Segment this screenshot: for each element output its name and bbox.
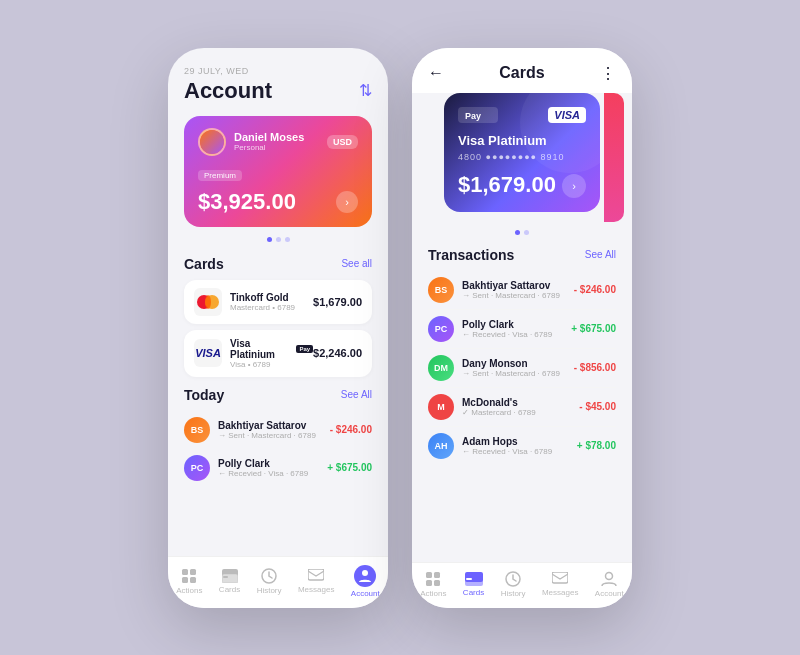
dot-2	[524, 230, 529, 235]
card-list-item[interactable]: Tinkoff Gold Mastercard • 6789 $1,679.00	[184, 280, 372, 324]
svg-rect-17	[434, 580, 440, 586]
txn-item[interactable]: PC Polly Clark ← Recevied · Visa · 6789 …	[428, 310, 616, 349]
account-title: Account	[184, 78, 272, 104]
right-body: Transactions See All BS Bakhtiyar Sattar…	[412, 247, 632, 562]
nav-account[interactable]: Account	[351, 565, 380, 598]
nav-cards-label: Cards	[463, 588, 484, 597]
right-card-dots	[412, 230, 632, 235]
txn-avatar: BS	[428, 277, 454, 303]
date-label: 29 JULY, WED	[184, 66, 372, 76]
nav-history-right[interactable]: History	[501, 571, 526, 598]
svg-rect-14	[426, 572, 432, 578]
txn-avatar: M	[428, 394, 454, 420]
card-amount: $3,925.00	[198, 189, 358, 215]
nav-history[interactable]: History	[257, 568, 282, 595]
today-see-all[interactable]: See All	[341, 389, 372, 400]
txn-item[interactable]: BS Bakhtiyar Sattarov → Sent · Mastercar…	[184, 411, 372, 449]
dot-1	[267, 237, 272, 242]
big-card-arrow-icon[interactable]: ›	[562, 174, 586, 198]
nav-account-label: Account	[351, 589, 380, 598]
txn-amount: - $246.00	[330, 424, 372, 435]
cards-section-header: Cards See all	[184, 256, 372, 272]
card-amount-small: $2,246.00	[313, 347, 362, 359]
dot-3	[285, 237, 290, 242]
dot-2	[276, 237, 281, 242]
svg-point-23	[606, 572, 613, 579]
card-user-name: Daniel Moses	[234, 131, 304, 143]
card-red-strip	[604, 93, 624, 222]
account-card: Daniel Moses Personal USD Premium $3,925…	[184, 116, 372, 227]
nav-account-right[interactable]: Account	[595, 571, 624, 598]
nav-messages-label: Messages	[298, 585, 334, 594]
txn-info: Dany Monson → Sent · Mastercard · 6789	[462, 358, 574, 378]
txn-info: Adam Hops ← Recevied · Visa · 6789	[462, 436, 577, 456]
card-arrow-icon[interactable]: ›	[336, 191, 358, 213]
txn-info: Bakhtiyar Sattarov → Sent · Mastercard ·…	[218, 420, 330, 440]
more-button[interactable]: ⋮	[600, 64, 616, 83]
right-title: Cards	[499, 64, 544, 82]
nav-actions-label: Actions	[420, 589, 446, 598]
nav-actions-right[interactable]: Actions	[420, 571, 446, 598]
nav-account-label: Account	[595, 589, 624, 598]
txn-name: Polly Clark	[218, 458, 327, 469]
cards-see-all[interactable]: See all	[341, 258, 372, 269]
cards-section-title: Cards	[184, 256, 224, 272]
back-button[interactable]: ←	[428, 64, 444, 82]
nav-messages-right[interactable]: Messages	[542, 572, 578, 597]
svg-rect-3	[182, 569, 188, 575]
txn-item[interactable]: BS Bakhtiyar Sattarov → Sent · Mastercar…	[428, 271, 616, 310]
nav-cards-right[interactable]: Cards	[463, 572, 484, 597]
svg-rect-5	[182, 577, 188, 583]
svg-point-2	[205, 295, 211, 309]
messages-icon	[552, 572, 568, 586]
txn-avatar: BS	[184, 417, 210, 443]
currency-badge: USD	[327, 135, 358, 149]
txn-amount: + $78.00	[577, 440, 616, 451]
nav-messages-label: Messages	[542, 588, 578, 597]
txn-item[interactable]: M McDonald's ✓ Mastercard · 6789 - $45.0…	[428, 388, 616, 427]
txn-info: Polly Clark ← Recevied · Visa · 6789	[462, 319, 571, 339]
txn-avatar: DM	[428, 355, 454, 381]
txn-name: Bakhtiyar Sattarov	[218, 420, 330, 431]
txn-item[interactable]: PC Polly Clark ← Recevied · Visa · 6789 …	[184, 449, 372, 487]
cards-active-icon	[465, 572, 483, 586]
txn-item[interactable]: DM Dany Monson → Sent · Mastercard · 678…	[428, 349, 616, 388]
nav-history-label: History	[501, 589, 526, 598]
big-card-wrapper: Pay VISA Visa Platinium 4800 ●●●●●●●● 89…	[428, 93, 616, 222]
txn-see-all[interactable]: See All	[585, 249, 616, 260]
txn-avatar: PC	[184, 455, 210, 481]
account-avatar-icon	[354, 565, 376, 587]
card-amount-small: $1,679.00	[313, 296, 362, 308]
person-icon	[358, 569, 372, 583]
nav-messages[interactable]: Messages	[298, 569, 334, 594]
card-list-item[interactable]: VISA Visa Platinium Pay Visa • 6789 $2,2…	[184, 330, 372, 377]
txn-sub: → Sent · Mastercard · 6789	[462, 291, 574, 300]
svg-rect-8	[222, 574, 238, 583]
svg-rect-9	[223, 576, 228, 578]
actions-icon	[181, 568, 197, 584]
txn-sub: ← Recevied · Visa · 6789	[462, 447, 577, 456]
txn-item[interactable]: AH Adam Hops ← Recevied · Visa · 6789 + …	[428, 427, 616, 465]
history-icon	[505, 571, 521, 587]
card-user-sub: Personal	[234, 143, 304, 152]
txn-name: Bakhtiyar Sattarov	[462, 280, 574, 291]
bottom-nav: Actions Cards History Messages	[168, 556, 388, 608]
txn-amount: - $856.00	[574, 362, 616, 373]
today-section-header: Today See All	[184, 387, 372, 403]
actions-icon	[425, 571, 441, 587]
nav-cards[interactable]: Cards	[219, 569, 240, 594]
svg-rect-11	[308, 569, 324, 580]
sort-icon[interactable]: ⇅	[359, 81, 372, 100]
nav-history-label: History	[257, 586, 282, 595]
card-sub: Mastercard • 6789	[230, 303, 313, 312]
txn-sub: ← Recevied · Visa · 6789	[218, 469, 327, 478]
txn-info: Polly Clark ← Recevied · Visa · 6789	[218, 458, 327, 478]
applepay-label: Pay	[458, 107, 498, 123]
cards-icon	[222, 569, 238, 583]
nav-actions[interactable]: Actions	[176, 568, 202, 595]
premium-badge: Premium	[198, 170, 242, 181]
svg-rect-4	[190, 569, 196, 575]
txn-sub: ✓ Mastercard · 6789	[462, 408, 579, 417]
txn-amount: + $675.00	[571, 323, 616, 334]
dot-1	[515, 230, 520, 235]
